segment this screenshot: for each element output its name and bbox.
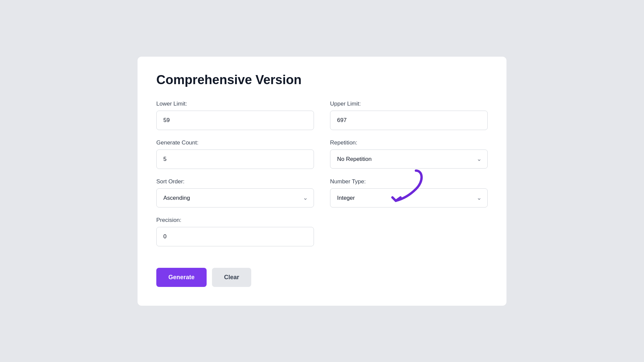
number-type-select[interactable]: Integer Decimal — [330, 188, 488, 207]
repetition-label: Repetition: — [330, 139, 488, 146]
repetition-select-wrapper: No Repetition With Repetition ⌄ — [330, 149, 488, 169]
generate-count-group: Generate Count: — [156, 139, 314, 169]
upper-limit-label: Upper Limit: — [330, 101, 488, 107]
generate-count-label: Generate Count: — [156, 139, 314, 146]
lower-limit-input[interactable] — [156, 111, 314, 130]
number-type-select-wrapper: Integer Decimal ⌄ — [330, 188, 488, 207]
precision-input[interactable] — [156, 227, 314, 246]
sort-order-group: Sort Order: Ascending Descending None ⌄ — [156, 178, 314, 207]
sort-order-label: Sort Order: — [156, 178, 314, 185]
generate-button[interactable]: Generate — [156, 268, 207, 287]
form-grid: Lower Limit: Upper Limit: Generate Count… — [156, 101, 488, 287]
clear-button[interactable]: Clear — [212, 268, 251, 287]
lower-limit-group: Lower Limit: — [156, 101, 314, 130]
lower-limit-label: Lower Limit: — [156, 101, 314, 107]
sort-order-select[interactable]: Ascending Descending None — [156, 188, 314, 207]
number-type-label: Number Type: — [330, 178, 488, 185]
precision-group: Precision: — [156, 217, 314, 246]
sort-order-select-wrapper: Ascending Descending None ⌄ — [156, 188, 314, 207]
number-type-group: Number Type: Integer Decimal ⌄ — [330, 178, 488, 207]
page-title: Comprehensive Version — [156, 73, 488, 87]
repetition-group: Repetition: No Repetition With Repetitio… — [330, 139, 488, 169]
upper-limit-group: Upper Limit: — [330, 101, 488, 130]
generate-count-input[interactable] — [156, 149, 314, 169]
upper-limit-input[interactable] — [330, 111, 488, 130]
buttons-row: Generate Clear — [156, 268, 488, 287]
repetition-select[interactable]: No Repetition With Repetition — [330, 149, 488, 169]
precision-label: Precision: — [156, 217, 314, 224]
main-card: Comprehensive Version Lower Limit: Upper… — [138, 57, 506, 306]
